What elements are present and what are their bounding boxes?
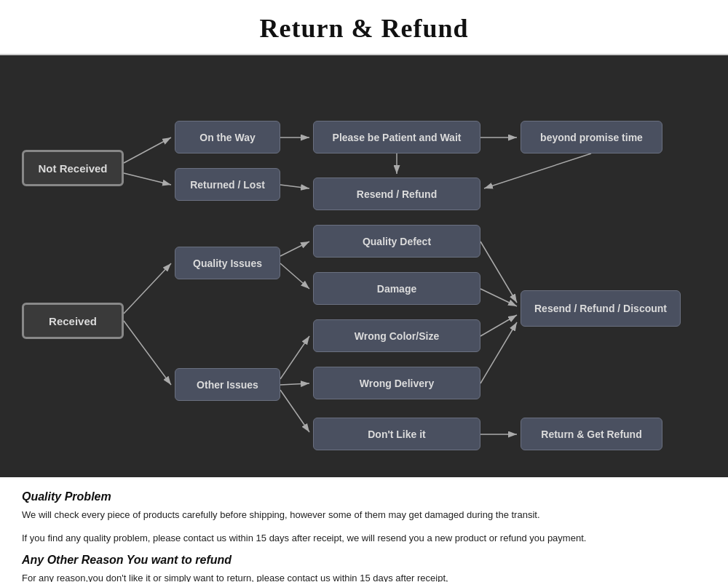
node-quality-defect: Quality Defect	[313, 225, 480, 258]
svg-line-18	[480, 322, 517, 383]
svg-line-16	[480, 289, 517, 306]
svg-line-14	[280, 390, 309, 432]
svg-line-2	[124, 173, 171, 185]
header: Return & Refund	[0, 0, 728, 55]
node-wrong-color-size: Wrong Color/Size	[313, 319, 480, 352]
node-other-issues: Other Issues	[175, 368, 280, 401]
node-on-the-way: On the Way	[175, 121, 280, 154]
diagram-area: Not ReceivedOn the WayReturned / LostPle…	[0, 55, 728, 477]
text-section: Quality Problem We will check every piec…	[0, 477, 728, 582]
node-damage: Damage	[313, 272, 480, 305]
page-title: Return & Refund	[0, 13, 728, 44]
svg-line-15	[480, 242, 517, 303]
node-received: Received	[22, 303, 124, 339]
svg-line-13	[280, 383, 309, 385]
section2-p1: For any reason,you don't like it or simp…	[22, 571, 706, 582]
svg-line-6	[484, 154, 591, 188]
svg-line-12	[280, 336, 309, 379]
node-not-received: Not Received	[22, 150, 124, 186]
arrows-svg	[0, 55, 728, 477]
section1-title: Quality Problem	[22, 490, 706, 503]
svg-line-11	[280, 263, 309, 289]
svg-line-4	[280, 185, 309, 188]
node-please-patient: Please be Patient and Wait	[313, 121, 480, 154]
node-quality-issues: Quality Issues	[175, 247, 280, 279]
node-resend-refund-1: Resend / Refund	[313, 178, 480, 210]
node-beyond-promise: beyond promise time	[521, 121, 662, 154]
svg-line-9	[124, 321, 171, 385]
svg-line-17	[480, 315, 517, 336]
section2-title: Any Other Reason You want to refund	[22, 554, 706, 567]
section1-p1: We will check every piece of products ca…	[22, 508, 706, 522]
node-wrong-delivery: Wrong Delivery	[313, 367, 480, 399]
node-dont-like: Don't Like it	[313, 418, 480, 450]
node-return-get-refund: Return & Get Refund	[521, 418, 662, 450]
svg-line-8	[124, 263, 171, 314]
svg-line-1	[124, 137, 171, 163]
node-returned-lost: Returned / Lost	[175, 168, 280, 201]
node-resend-refund-discount: Resend / Refund / Discount	[521, 290, 681, 327]
svg-line-10	[280, 242, 309, 256]
section1-p2: If you find any quality problem, please …	[22, 531, 706, 546]
